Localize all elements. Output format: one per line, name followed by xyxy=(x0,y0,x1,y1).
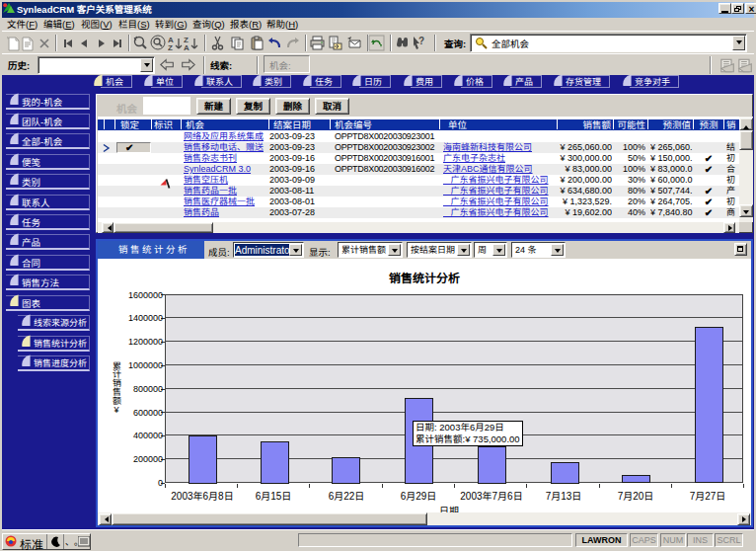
svg-text:?: ? xyxy=(418,36,424,46)
svg-text:Z: Z xyxy=(168,43,173,51)
svg-text:A: A xyxy=(184,43,189,51)
